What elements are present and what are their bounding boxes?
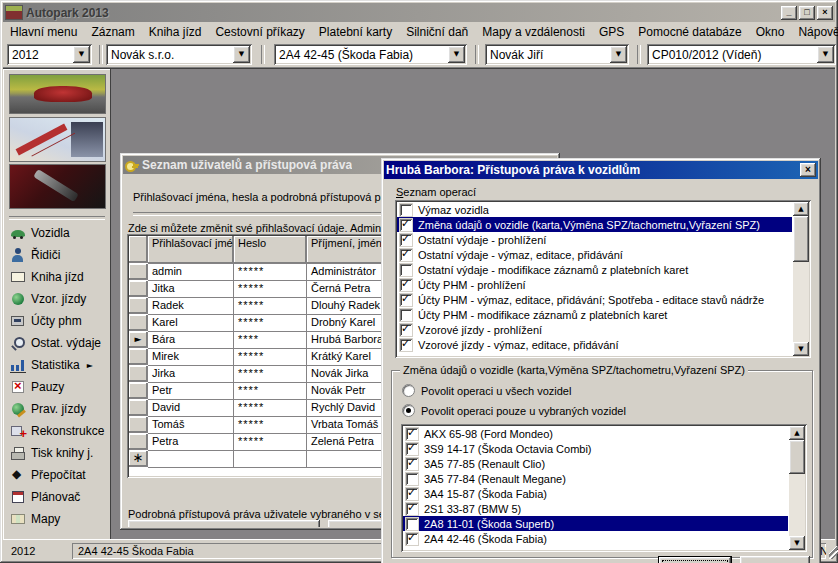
sidebar-item[interactable]: Účty phm [7, 310, 109, 332]
cell-login[interactable]: Tomáš [148, 417, 234, 434]
cell-login[interactable]: Petra [148, 434, 234, 451]
checkbox[interactable] [399, 248, 413, 262]
operation-item[interactable]: Ostatní výdaje - výmaz, editace, přidává… [397, 247, 792, 262]
operation-item[interactable]: Vzorové jízdy - prohlížení [397, 322, 792, 337]
scroll-down-icon[interactable]: ▼ [789, 536, 805, 550]
scroll-up-icon[interactable]: ▲ [789, 426, 805, 440]
year-combobox[interactable]: 2012 ▼ [7, 44, 92, 65]
chevron-down-icon[interactable]: ▼ [233, 46, 250, 63]
vehicle-item[interactable]: 2A8 11-01 (Škoda Superb) [403, 516, 788, 531]
cell-password[interactable]: ***** [234, 281, 307, 298]
column-header-login[interactable]: Přihlašovací jméno [148, 236, 234, 264]
cell-password[interactable]: ***** [234, 298, 307, 315]
column-header-password[interactable]: Heslo [234, 236, 307, 264]
cell-login[interactable] [148, 451, 234, 468]
checkbox[interactable] [399, 218, 413, 232]
scrollbar-thumb[interactable] [793, 216, 809, 262]
vehicle-combobox[interactable]: 2A4 42-45 (Škoda Fabia) ▼ [274, 44, 467, 65]
operation-item[interactable]: Účty PHM - výmaz, editace, přidávání; Sp… [397, 292, 792, 307]
cell-password[interactable]: ***** [234, 400, 307, 417]
row-selector[interactable] [129, 264, 148, 280]
scroll-up-icon[interactable]: ▲ [793, 202, 809, 216]
scroll-down-icon[interactable]: ▼ [793, 342, 809, 356]
checkbox[interactable] [405, 442, 419, 456]
vehicle-item[interactable]: 3A5 77-84 (Renault Megane) [403, 471, 788, 486]
menu-item[interactable]: Silniční daň [399, 23, 475, 41]
cell-login[interactable]: Jirka [148, 366, 234, 383]
cell-password[interactable]: ***** [234, 349, 307, 366]
operation-item[interactable]: Ostatní výdaje - modifikace záznamů z pl… [397, 262, 792, 277]
menu-item[interactable]: Pomocné databáze [631, 23, 748, 41]
company-combobox[interactable]: Novák s.r.o. ▼ [106, 44, 252, 65]
row-selector[interactable] [129, 298, 148, 314]
cell-password[interactable]: **** [234, 332, 307, 349]
row-selector[interactable] [129, 349, 148, 365]
menu-item[interactable]: Platební karty [312, 23, 399, 41]
checkbox[interactable] [399, 233, 413, 247]
checkbox[interactable] [399, 338, 413, 352]
resize-grip[interactable] [829, 546, 838, 559]
minimize-button[interactable]: _ [781, 6, 797, 20]
chevron-down-icon[interactable]: ▼ [610, 46, 627, 63]
sidebar-item[interactable]: Statistika ► [7, 354, 109, 376]
vehicle-item[interactable]: AKX 65-98 (Ford Mondeo) [403, 426, 788, 441]
row-selector[interactable]: ∗ [129, 451, 148, 467]
row-selector[interactable] [129, 366, 148, 382]
menu-item[interactable]: GPS [592, 23, 631, 41]
sidebar-item[interactable]: Rekonstrukce [7, 420, 109, 442]
checkbox[interactable] [405, 487, 419, 501]
cell-password[interactable]: ***** [234, 264, 307, 281]
cell-password[interactable]: **** [234, 383, 307, 400]
operation-item[interactable]: Účty PHM - modifikace záznamů z platební… [397, 307, 792, 322]
checkbox[interactable] [405, 502, 419, 516]
dialog-close-button[interactable]: × [800, 163, 816, 177]
menu-item[interactable]: Mapy a vzdálenosti [475, 23, 592, 41]
row-selector[interactable] [129, 281, 148, 297]
row-selector[interactable] [129, 315, 148, 331]
checkbox[interactable] [399, 263, 413, 277]
checkbox[interactable] [405, 517, 419, 531]
operation-item[interactable]: Změna údajů o vozidle (karta,Výměna SPZ/… [397, 217, 792, 232]
operation-item[interactable]: Výmaz vozidla [397, 202, 792, 217]
sidebar-item[interactable]: Plánovač [7, 486, 109, 508]
vehicle-item[interactable]: 2A4 42-46 (Škoda Fabia) [403, 531, 788, 546]
row-selector[interactable] [129, 383, 148, 399]
scrollbar-thumb[interactable] [789, 440, 805, 474]
cell-password[interactable]: ***** [234, 417, 307, 434]
vehicle-item[interactable]: 2S1 33-87 (BMW 5) [403, 501, 788, 516]
operation-item[interactable]: Ostatní výdaje - prohlížení [397, 232, 792, 247]
sidebar-item[interactable]: Řidiči [7, 244, 109, 266]
checkbox[interactable] [405, 427, 419, 441]
radio-selected-vehicles[interactable]: Povolit operaci pouze u vybraných vozide… [402, 404, 626, 417]
row-selector[interactable] [129, 400, 148, 416]
sidebar-item[interactable]: Vozidla [7, 222, 109, 244]
cell-password[interactable]: ***** [234, 366, 307, 383]
checkbox[interactable] [399, 293, 413, 307]
cancel-button[interactable]: Storno [740, 556, 810, 563]
cell-password[interactable] [234, 451, 307, 468]
sidebar-item[interactable]: Pauzy [7, 376, 109, 398]
radio-icon[interactable] [402, 384, 415, 397]
menu-item[interactable]: Hlavní menu [3, 23, 84, 41]
cell-login[interactable]: Bára [148, 332, 234, 349]
cell-login[interactable]: David [148, 400, 234, 417]
cell-login[interactable]: Radek [148, 298, 234, 315]
sidebar-item[interactable]: Tisk knihy j. [7, 442, 109, 464]
row-selector[interactable] [129, 434, 148, 450]
cell-login[interactable]: Petr [148, 383, 234, 400]
sidebar-item[interactable]: Vzor. jízdy [7, 288, 109, 310]
driver-combobox[interactable]: Novák Jiří ▼ [485, 44, 629, 65]
cell-login[interactable]: Jitka [148, 281, 234, 298]
menu-item[interactable]: Cestovní příkazy [208, 23, 311, 41]
trip-order-combobox[interactable]: CP010/2012 (Vídeň) ▼ [647, 44, 836, 65]
menu-item[interactable]: Kniha jízd [142, 23, 209, 41]
radio-all-vehicles[interactable]: Povolit operaci u všech vozidel [402, 384, 571, 397]
vehicle-item[interactable]: 3S9 14-17 (Škoda Octavia Combi) [403, 441, 788, 456]
chevron-down-icon[interactable]: ▼ [448, 46, 465, 63]
vehicles-scrollbar[interactable]: ▲ ▼ [789, 426, 805, 550]
close-button[interactable]: × [817, 6, 833, 20]
cell-login[interactable]: admin [148, 264, 234, 281]
operation-item[interactable]: Účty PHM - prohlížení [397, 277, 792, 292]
cell-login[interactable]: Karel [148, 315, 234, 332]
checkbox[interactable] [405, 457, 419, 471]
